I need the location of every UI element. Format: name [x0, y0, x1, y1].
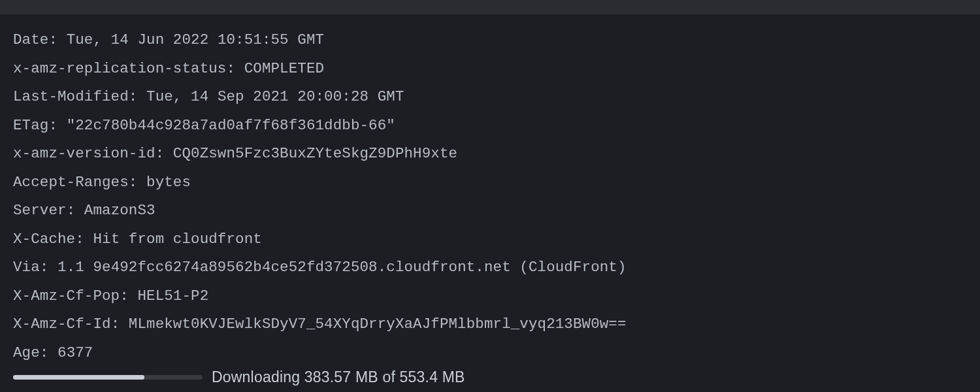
http-header-line: Date: Tue, 14 Jun 2022 10:51:55 GMT [13, 26, 967, 55]
http-header-line: Last-Modified: Tue, 14 Sep 2021 20:00:28… [13, 83, 967, 112]
http-header-line: ETag: "22c780b44c928a7ad0af7f68f361ddbb-… [13, 112, 967, 140]
header-value: Hit from cloudfront [93, 231, 261, 248]
http-header-line: X-Amz-Cf-Id: MLmekwt0KVJEwlkSDyV7_54XYqD… [13, 310, 967, 339]
header-value: 6377 [57, 344, 93, 361]
http-header-line: X-Cache: Hit from cloudfront [13, 225, 967, 254]
http-header-line: Accept-Ranges: bytes [13, 169, 967, 197]
header-value: bytes [146, 174, 191, 191]
header-key: Server [13, 202, 67, 219]
header-key: ETag [13, 117, 48, 134]
header-key: X-Amz-Cf-Id [13, 316, 111, 333]
header-key: X-Cache [13, 231, 75, 248]
window-title-bar [0, 0, 980, 14]
progress-bar [13, 375, 203, 380]
http-header-line: Via: 1.1 9e492fcc6274a89562b4ce52fd37250… [13, 253, 967, 282]
header-key: Date [13, 31, 48, 48]
header-key: X-Amz-Cf-Pop [13, 287, 120, 304]
header-key: Via [13, 259, 40, 276]
terminal-output: Date: Tue, 14 Jun 2022 10:51:55 GMT x-am… [0, 14, 980, 367]
header-key: Last-Modified [13, 88, 129, 105]
header-value: AmazonS3 [84, 202, 155, 219]
header-key: Accept-Ranges [13, 174, 129, 191]
header-key: x-amz-version-id [13, 145, 155, 162]
http-header-line: x-amz-replication-status: COMPLETED [13, 55, 967, 84]
header-key: Age [13, 344, 40, 361]
header-value: Tue, 14 Jun 2022 10:51:55 GMT [67, 31, 324, 48]
http-header-line: X-Amz-Cf-Pop: HEL51-P2 [13, 282, 967, 311]
http-header-line: x-amz-version-id: CQ0Zswn5Fzc3BuxZYteSkg… [13, 140, 967, 169]
header-value: HEL51-P2 [137, 287, 208, 304]
download-status-line: Downloading 383.57 MB of 553.4 MB [13, 368, 465, 385]
header-value: CQ0Zswn5Fzc3BuxZYteSkgZ9DPhH9xte [173, 145, 457, 162]
header-value: COMPLETED [244, 60, 324, 77]
header-value: "22c780b44c928a7ad0af7f68f361ddbb-66" [67, 117, 395, 134]
http-header-line: Age: 6377 [13, 339, 967, 368]
header-value: Tue, 14 Sep 2021 20:00:28 GMT [146, 88, 404, 105]
http-header-line: Server: AmazonS3 [13, 197, 967, 225]
header-key: x-amz-replication-status [13, 60, 226, 77]
header-value: MLmekwt0KVJEwlkSDyV7_54XYqDrryXaAJfPMlbb… [129, 316, 627, 333]
header-value: 1.1 9e492fcc6274a89562b4ce52fd372508.clo… [57, 259, 627, 276]
progress-bar-fill [13, 375, 144, 380]
download-status-text: Downloading 383.57 MB of 553.4 MB [212, 368, 465, 386]
